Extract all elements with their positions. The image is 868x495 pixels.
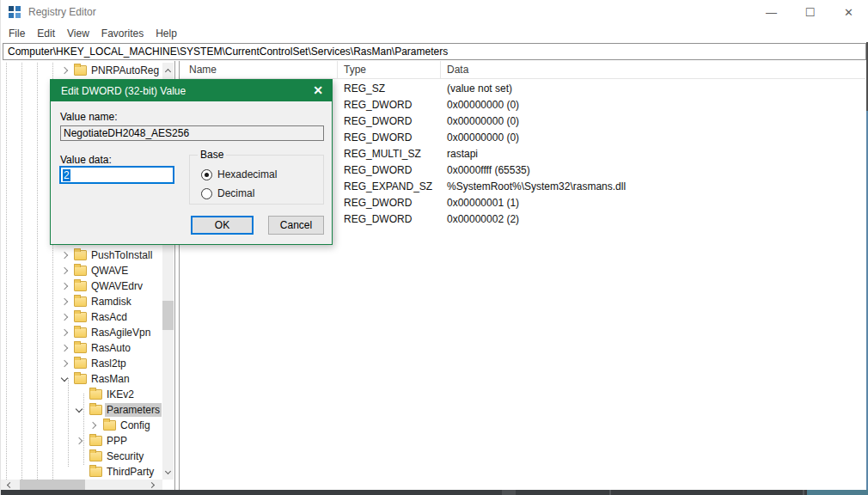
value-data-cell: 0x0000ffff (65535)	[447, 164, 530, 176]
window-title: Registry Editor	[28, 6, 96, 18]
chevron-right-icon[interactable]	[61, 282, 68, 289]
tree-item-label[interactable]: RasAcd	[89, 310, 129, 324]
chevron-down-icon[interactable]	[76, 405, 83, 412]
tree-item-label[interactable]: PPP	[105, 434, 129, 448]
tree-item-rasauto[interactable]: RasAuto	[1, 340, 161, 356]
value-type-cell: REG_SZ	[344, 82, 385, 95]
radio-button-icon[interactable]	[201, 169, 212, 180]
chevron-down-icon[interactable]	[61, 374, 68, 381]
radio-button-icon[interactable]	[201, 188, 212, 199]
tree-item-rasl2tp[interactable]: Rasl2tp	[1, 356, 161, 371]
value-data-cell: %SystemRoot%\System32\rasmans.dll	[447, 180, 626, 192]
chevron-right-icon[interactable]	[61, 328, 68, 335]
chevron-right-icon[interactable]	[89, 421, 96, 428]
radio-hexadecimal[interactable]: Hexadecimal	[201, 168, 277, 180]
maximize-button[interactable]: ☐	[791, 0, 829, 24]
edit-dword-dialog: Edit DWORD (32-bit) Value ✕ Value name: …	[50, 79, 333, 245]
chevron-right-icon[interactable]	[61, 251, 68, 258]
ok-button[interactable]: OK	[191, 216, 254, 235]
dialog-close-icon[interactable]: ✕	[313, 83, 323, 97]
dialog-title: Edit DWORD (32-bit) Value	[61, 85, 186, 97]
tree-item-label[interactable]: PNRPAutoReg	[89, 64, 161, 77]
tree-item-thirdparty[interactable]: ThirdParty	[1, 464, 161, 480]
tree-item-label[interactable]: RasAuto	[89, 341, 132, 355]
column-header-type[interactable]: Type	[344, 64, 366, 76]
tree-item-rasagilevpn[interactable]: RasAgileVpn	[1, 325, 161, 340]
chevron-right-icon[interactable]	[61, 297, 68, 304]
tree-item-config[interactable]: Config	[1, 418, 161, 433]
tree-item-label[interactable]: Config	[119, 419, 152, 432]
column-header-data[interactable]: Data	[447, 64, 468, 76]
tree-item-rasacd[interactable]: RasAcd	[1, 309, 161, 325]
value-name-label: Value name:	[60, 111, 118, 123]
minimize-button[interactable]: —	[752, 0, 791, 24]
scroll-up-arrow-icon[interactable]	[162, 63, 174, 77]
folder-icon	[89, 405, 102, 415]
close-button[interactable]: ✕	[829, 0, 868, 24]
chevron-right-icon[interactable]	[61, 313, 68, 320]
dialog-title-bar[interactable]: Edit DWORD (32-bit) Value ✕	[51, 80, 332, 101]
value-type-cell: REG_DWORD	[344, 197, 412, 209]
menu-file[interactable]: File	[3, 26, 31, 41]
tree-item-pushtoinstall[interactable]: PushToInstall	[1, 248, 161, 263]
value-name-field[interactable]: NegotiateDH2048_AES256	[60, 125, 324, 141]
value-type-cell: REG_MULTI_SZ	[344, 148, 421, 160]
scroll-down-arrow-icon[interactable]	[162, 465, 174, 480]
tree-item-label[interactable]: IKEv2	[105, 388, 136, 401]
value-type-cell: REG_DWORD	[344, 213, 412, 225]
value-type-cell: REG_DWORD	[344, 164, 412, 176]
tree-item-ikev2[interactable]: IKEv2	[1, 387, 161, 402]
chevron-right-icon[interactable]	[61, 266, 68, 273]
tree-vscroll-thumb[interactable]	[162, 301, 174, 330]
value-data-text: 2	[63, 169, 70, 181]
folder-icon	[74, 312, 87, 322]
value-name-text: NegotiateDH2048_AES256	[64, 127, 189, 139]
tree-item-ramdisk[interactable]: Ramdisk	[1, 294, 161, 309]
folder-icon	[74, 327, 87, 338]
value-data-input[interactable]: 2	[59, 166, 174, 184]
folder-icon	[89, 436, 102, 446]
tree-item-ppp[interactable]: PPP	[1, 433, 161, 449]
chevron-right-icon[interactable]	[61, 359, 68, 366]
menu-bar: FileEditViewFavoritesHelp	[1, 24, 868, 42]
menu-favorites[interactable]: Favorites	[95, 26, 150, 41]
menu-help[interactable]: Help	[150, 26, 183, 41]
tree-item-label[interactable]: ThirdParty	[105, 465, 156, 479]
value-data-cell: 0x00000002 (2)	[447, 213, 519, 225]
tree-item-pnrpautoreg[interactable]: PNRPAutoReg	[1, 63, 161, 78]
folder-icon	[74, 358, 87, 369]
tree-item-security[interactable]: Security	[1, 449, 161, 464]
column-header-name[interactable]: Name	[189, 64, 217, 76]
radio-hexadecimal-label: Hexadecimal	[217, 168, 277, 180]
cancel-button[interactable]: Cancel	[268, 216, 324, 235]
chevron-right-icon[interactable]	[61, 344, 68, 351]
value-data-label: Value data:	[60, 154, 112, 166]
tree-item-label[interactable]: Ramdisk	[89, 295, 133, 309]
tree-item-label[interactable]: Rasl2tp	[89, 357, 128, 370]
tree-item-qwavedrv[interactable]: QWAVEdrv	[1, 278, 161, 294]
radio-decimal[interactable]: Decimal	[201, 187, 254, 199]
tree-item-parameters[interactable]: Parameters	[1, 402, 161, 418]
folder-icon	[89, 451, 102, 461]
folder-icon	[89, 467, 102, 477]
menu-edit[interactable]: Edit	[31, 26, 61, 41]
tree-item-rasman[interactable]: RasMan	[1, 371, 161, 387]
menu-view[interactable]: View	[61, 26, 95, 41]
tree-item-label[interactable]: RasMan	[89, 372, 131, 386]
tree-item-label[interactable]: Security	[105, 449, 145, 463]
registry-editor-window: Registry Editor — ☐ ✕ FileEditViewFavori…	[0, 0, 868, 495]
tree-item-qwave[interactable]: QWAVE	[1, 263, 161, 278]
address-bar[interactable]: Computer\HKEY_LOCAL_MACHINE\SYSTEM\Curre…	[3, 43, 866, 60]
tree-item-label[interactable]: RasAgileVpn	[89, 326, 152, 339]
title-bar: Registry Editor — ☐ ✕	[1, 0, 868, 24]
taskbar-divider	[803, 490, 804, 495]
value-type-cell: REG_DWORD	[344, 131, 412, 144]
tree-item-label[interactable]: QWAVEdrv	[89, 279, 144, 293]
tree-item-label[interactable]: PushToInstall	[89, 248, 154, 262]
chevron-right-icon[interactable]	[76, 437, 83, 443]
tree-item-label[interactable]: QWAVE	[89, 264, 130, 278]
chevron-right-icon[interactable]	[61, 66, 68, 73]
tree-item-label[interactable]: Parameters	[105, 403, 162, 417]
value-data-cell: 0x00000000 (0)	[447, 131, 519, 144]
folder-icon	[74, 250, 87, 260]
